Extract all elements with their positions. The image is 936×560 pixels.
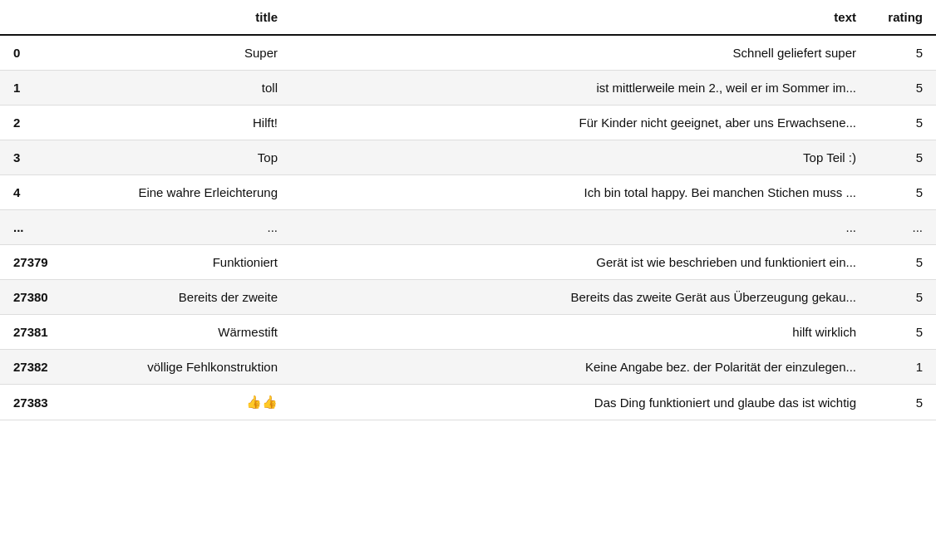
cell-index: 0 [0,35,75,71]
cell-title: ... [75,210,291,245]
table-row: 0SuperSchnell geliefert super5 [0,35,936,71]
cell-text: Bereits das zweite Gerät aus Überzeugung… [291,280,869,315]
cell-title: Eine wahre Erleichterung [75,175,291,210]
cell-title: völlige Fehlkonstruktion [75,350,291,385]
cell-text: ... [291,210,869,245]
cell-title: Top [75,140,291,175]
cell-rating: 5 [869,175,936,210]
cell-rating: 5 [869,385,936,420]
cell-index: 3 [0,140,75,175]
cell-index: ... [0,210,75,245]
data-table: title text rating 0SuperSchnell geliefer… [0,0,936,420]
cell-text: ist mittlerweile mein 2., weil er im Som… [291,71,869,106]
cell-title: Wärmestift [75,315,291,350]
cell-rating: ... [869,210,936,245]
table-row: 27382völlige FehlkonstruktionKeine Angab… [0,350,936,385]
cell-rating: 5 [869,140,936,175]
cell-rating: 5 [869,35,936,71]
cell-title: toll [75,71,291,106]
cell-text: hilft wirklich [291,315,869,350]
cell-rating: 5 [869,280,936,315]
cell-index: 2 [0,106,75,140]
cell-text: Top Teil :) [291,140,869,175]
cell-index: 1 [0,71,75,106]
table-row: 27380Bereits der zweiteBereits das zweit… [0,280,936,315]
cell-title: 👍👍 [75,385,291,420]
table-row: 3TopTop Teil :)5 [0,140,936,175]
col-header-text: text [291,0,869,35]
table-row: 27381Wärmestifthilft wirklich5 [0,315,936,350]
cell-rating: 1 [869,350,936,385]
cell-index: 27382 [0,350,75,385]
cell-text: Ich bin total happy. Bei manchen Stichen… [291,175,869,210]
table-row: 4Eine wahre ErleichterungIch bin total h… [0,175,936,210]
table-row: 2Hilft!Für Kinder nicht geeignet, aber u… [0,106,936,140]
table-row: 1tollist mittlerweile mein 2., weil er i… [0,71,936,106]
cell-text: Das Ding funktioniert und glaube das ist… [291,385,869,420]
cell-text: Keine Angabe bez. der Polarität der einz… [291,350,869,385]
col-header-rating: rating [869,0,936,35]
cell-rating: 5 [869,106,936,140]
cell-index: 27383 [0,385,75,420]
cell-rating: 5 [869,71,936,106]
cell-title: Bereits der zweite [75,280,291,315]
cell-text: Gerät ist wie beschrieben und funktionie… [291,245,869,280]
table-row: ............ [0,210,936,245]
cell-rating: 5 [869,245,936,280]
col-header-title: title [75,0,291,35]
col-header-index [0,0,75,35]
cell-title: Super [75,35,291,71]
cell-index: 27380 [0,280,75,315]
cell-index: 27381 [0,315,75,350]
cell-title: Hilft! [75,106,291,140]
table-row: 27383👍👍Das Ding funktioniert und glaube … [0,385,936,420]
cell-text: Für Kinder nicht geeignet, aber uns Erwa… [291,106,869,140]
table-header-row: title text rating [0,0,936,35]
cell-rating: 5 [869,315,936,350]
table-row: 27379FunktioniertGerät ist wie beschrieb… [0,245,936,280]
cell-index: 27379 [0,245,75,280]
cell-index: 4 [0,175,75,210]
cell-text: Schnell geliefert super [291,35,869,71]
cell-title: Funktioniert [75,245,291,280]
